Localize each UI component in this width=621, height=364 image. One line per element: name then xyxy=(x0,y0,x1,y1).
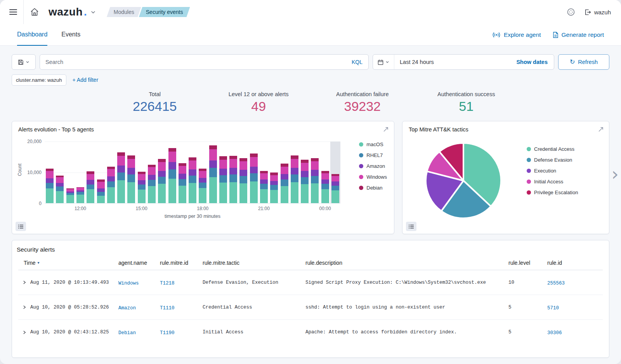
next-chevron-icon[interactable]: › xyxy=(612,165,619,183)
bar-23:30[interactable] xyxy=(310,141,320,203)
calendar-button[interactable] xyxy=(373,55,394,69)
bar-00:30[interactable] xyxy=(330,141,340,203)
search-box: KQL xyxy=(40,54,369,70)
rule-id-link[interactable]: 30306 xyxy=(547,330,562,336)
kql-button[interactable]: KQL xyxy=(346,59,368,65)
legend-windows[interactable]: Windows xyxy=(359,174,387,180)
expand-row-button[interactable] xyxy=(21,304,27,310)
legend-debian[interactable]: Debian xyxy=(359,185,387,191)
bar-21:30[interactable] xyxy=(269,141,279,203)
bar-18:30[interactable] xyxy=(208,141,218,203)
menu-button[interactable] xyxy=(6,6,20,18)
save-query-button[interactable] xyxy=(12,54,36,70)
x-tick-label: 18:00 xyxy=(197,206,208,211)
bar-16:00[interactable] xyxy=(157,141,167,203)
bar-00:00[interactable] xyxy=(320,141,330,203)
mitre-id-link[interactable]: T1110 xyxy=(160,305,175,311)
rule-id-link[interactable]: 255563 xyxy=(547,281,565,286)
bar-14:30[interactable] xyxy=(126,141,136,203)
expand-row-button[interactable] xyxy=(21,279,27,285)
inspect-chart-button[interactable] xyxy=(16,222,26,231)
generate-report-button[interactable]: Generate report xyxy=(553,31,604,38)
logout-icon xyxy=(585,9,591,16)
bar-segment-rhel7 xyxy=(107,181,115,187)
bar-segment-macos xyxy=(138,190,146,203)
bar-11:00[interactable] xyxy=(55,141,65,203)
breadcrumb-modules[interactable]: Modules xyxy=(107,7,141,17)
stat-value: 51 xyxy=(415,99,519,114)
bar-13:00[interactable] xyxy=(95,141,106,203)
bar-21:00[interactable] xyxy=(259,141,269,203)
add-filter-button[interactable]: + Add filter xyxy=(73,77,99,83)
rule-id-link[interactable]: 5710 xyxy=(547,305,559,311)
bar-segment-rhel7 xyxy=(239,176,247,183)
column-header-time[interactable]: Time▾ xyxy=(18,260,118,266)
bar-18:00[interactable] xyxy=(198,141,208,203)
legend-macos[interactable]: macOS xyxy=(359,141,387,147)
expand-row-button[interactable] xyxy=(21,329,27,335)
bar-12:30[interactable] xyxy=(85,141,95,203)
bar-22:30[interactable] xyxy=(290,141,300,203)
user-menu[interactable]: wazuh xyxy=(585,9,611,16)
bar-17:00[interactable] xyxy=(177,141,187,203)
bar-10:30[interactable] xyxy=(45,141,55,203)
explore-agent-button[interactable]: Explore agent xyxy=(492,31,541,38)
table-title: Security alerts xyxy=(12,240,609,253)
chevron-right-icon xyxy=(22,305,26,309)
mitre-id-link[interactable]: T1218 xyxy=(160,281,175,286)
legend-amazon[interactable]: Amazon xyxy=(359,163,387,169)
bar-segment-macos xyxy=(281,186,288,204)
legend-label: Windows xyxy=(366,174,387,180)
bar-20:30[interactable] xyxy=(249,141,259,203)
expand-panel-button[interactable] xyxy=(382,125,390,135)
bar-segment-rhel7 xyxy=(311,176,319,183)
bar-stack xyxy=(331,141,339,203)
legend-credential-access[interactable]: Credential Access xyxy=(527,146,578,152)
bar-15:00[interactable] xyxy=(137,141,147,203)
bar-segment-rhel7 xyxy=(219,175,227,183)
tab-events[interactable]: Events xyxy=(61,24,80,46)
expand-icon xyxy=(598,127,604,132)
mitre-id-link[interactable]: T1190 xyxy=(160,330,175,336)
expand-panel-button[interactable] xyxy=(597,125,605,135)
status-circle-button[interactable] xyxy=(564,5,578,19)
chevron-down-icon xyxy=(385,60,389,64)
wazuh-logo[interactable]: wazuh. xyxy=(49,6,96,18)
bar-16:30[interactable] xyxy=(167,141,177,203)
bar-13:30[interactable] xyxy=(106,141,116,203)
explore-agent-label: Explore agent xyxy=(504,31,541,38)
bar-12:00[interactable] xyxy=(75,141,85,203)
filter-chip[interactable]: cluster.name: wazuh xyxy=(12,74,66,86)
bar-15:30[interactable] xyxy=(147,141,157,203)
legend-execution[interactable]: Execution xyxy=(527,168,578,174)
bar-22:00[interactable] xyxy=(279,141,289,203)
bar-stack xyxy=(239,141,247,203)
legend-rhel7[interactable]: RHEL7 xyxy=(359,152,387,158)
agent-name-link[interactable]: Debian xyxy=(118,330,136,336)
search-input[interactable] xyxy=(40,55,346,69)
bar-14:00[interactable] xyxy=(116,141,126,203)
alert-level: 5 xyxy=(508,329,547,335)
bar-segment-windows xyxy=(301,163,309,171)
bar-11:30[interactable] xyxy=(65,141,75,203)
legend-initial-access[interactable]: Initial Access xyxy=(527,179,578,185)
bar-23:00[interactable] xyxy=(300,141,310,203)
tab-dashboard[interactable]: Dashboard xyxy=(17,24,47,46)
date-picker: Last 24 hours Show dates xyxy=(373,54,554,70)
refresh-button[interactable]: ↻ Refresh xyxy=(558,54,609,70)
bar-segment-macos xyxy=(311,183,319,203)
bar-20:00[interactable] xyxy=(238,141,248,203)
bar-segment-rhel7 xyxy=(270,185,278,190)
home-button[interactable] xyxy=(27,4,42,20)
panel-title: Top Mitre ATT&K tactics xyxy=(402,121,609,133)
bar-17:30[interactable] xyxy=(187,141,198,203)
inspect-chart-button[interactable] xyxy=(406,222,416,231)
agent-name-link[interactable]: Windows xyxy=(118,281,139,286)
agent-name-link[interactable]: Amazon xyxy=(118,305,136,311)
bar-19:30[interactable] xyxy=(228,141,238,203)
time-range-button[interactable]: Last 24 hours xyxy=(394,59,510,65)
legend-defense-evasion[interactable]: Defense Evasion xyxy=(527,157,578,163)
show-dates-button[interactable]: Show dates xyxy=(510,59,554,65)
bar-19:00[interactable] xyxy=(218,141,228,203)
legend-privilege-escalation[interactable]: Privilege Escalation xyxy=(527,190,578,195)
